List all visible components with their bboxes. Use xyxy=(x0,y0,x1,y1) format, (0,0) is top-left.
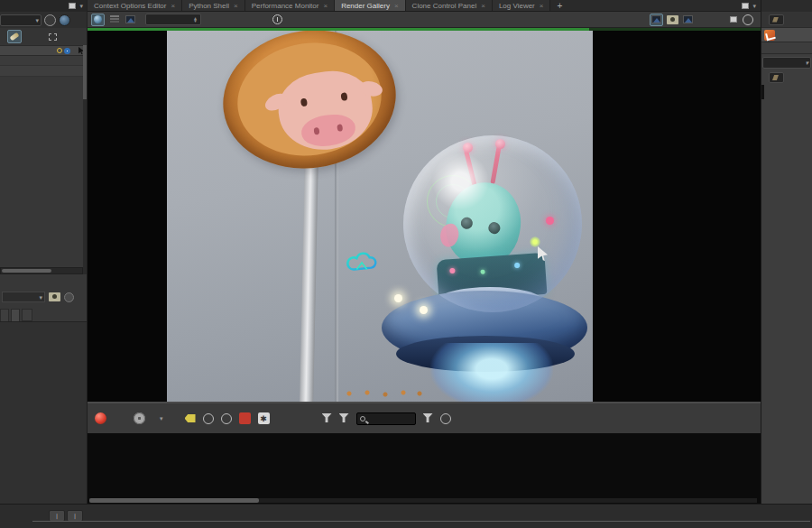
top-left-controls: ▾ ▾ xyxy=(0,0,88,28)
tab-python-shell[interactable]: Python Shell× xyxy=(182,0,245,11)
search-input[interactable] xyxy=(368,413,408,423)
lopnet-path-select[interactable]: ▾ xyxy=(762,57,811,69)
tab-overflow-button[interactable] xyxy=(22,309,32,321)
image-icon xyxy=(651,15,661,23)
metadata-select[interactable]: ▾ xyxy=(2,292,45,302)
highlight-glint xyxy=(530,236,540,247)
tab-close-icon[interactable]: × xyxy=(323,2,328,10)
zoom-in-button[interactable] xyxy=(213,14,226,26)
channel-select[interactable]: ▲▼ xyxy=(145,14,201,25)
tab-close-icon[interactable]: × xyxy=(540,2,544,10)
ufo-glass-dome xyxy=(403,135,582,312)
gallery-help-button[interactable] xyxy=(440,413,451,424)
layers-view-button[interactable] xyxy=(107,14,121,26)
snapshot-camera-button[interactable] xyxy=(666,14,678,26)
sign-arc-text xyxy=(214,31,404,180)
pane-maximize-icon[interactable] xyxy=(69,3,76,9)
power-column-icon xyxy=(57,48,62,53)
filter-clear-button[interactable] xyxy=(339,413,349,423)
tab-label: Python Shell xyxy=(189,2,229,10)
sphere-icon xyxy=(94,15,102,23)
gallery-search[interactable] xyxy=(356,412,416,425)
geometry-tool-button[interactable] xyxy=(7,30,22,43)
tab-close-icon[interactable]: × xyxy=(234,2,238,10)
tab-performance-monitor[interactable]: Performance Monitor× xyxy=(245,0,335,11)
watermark xyxy=(346,250,383,273)
auto-snapshot-button[interactable] xyxy=(239,412,251,424)
expand-button[interactable] xyxy=(64,30,78,43)
viewport-help-button[interactable] xyxy=(743,14,753,25)
snapshot-settings-button[interactable]: ✱ xyxy=(258,412,270,424)
capture-icon xyxy=(730,16,737,23)
snapshot-sphere-icon[interactable] xyxy=(95,412,106,424)
film-reel-icon[interactable] xyxy=(134,412,145,424)
metadata-panel-body xyxy=(0,321,87,504)
pane-menu-caret-icon[interactable]: ▾ xyxy=(79,3,83,9)
help-icon[interactable] xyxy=(64,292,74,302)
filter-favorites-button[interactable] xyxy=(322,413,332,423)
ufo-headlight xyxy=(394,294,402,302)
tab-metadata[interactable] xyxy=(0,309,9,321)
home-view-button[interactable] xyxy=(242,14,254,26)
camera-icon[interactable] xyxy=(49,292,60,301)
tag-icon[interactable] xyxy=(185,414,196,422)
tab-render-gallery[interactable]: Render Gallery× xyxy=(335,0,405,11)
image-view-button[interactable] xyxy=(124,14,137,26)
display-image-button[interactable] xyxy=(650,14,663,26)
ufo-thruster-glow xyxy=(430,343,553,402)
zoom-out-button[interactable] xyxy=(227,14,240,26)
tab-close-icon[interactable]: × xyxy=(171,2,175,10)
ground-detail xyxy=(344,390,425,397)
background-render-caret-icon[interactable]: ▾ xyxy=(160,415,163,422)
pane-menu-caret-icon[interactable]: ▾ xyxy=(752,3,756,9)
render-gallery-toolbar: ▲▼ xyxy=(88,12,761,28)
camera-icon xyxy=(667,15,678,24)
inspect-binoculars-button[interactable] xyxy=(697,14,709,26)
display-set-select[interactable]: ▾ xyxy=(0,14,42,26)
render-time-value xyxy=(744,36,750,45)
karma-node-icon xyxy=(764,30,775,41)
tab-editor-node[interactable] xyxy=(11,309,20,321)
folder-image-icon xyxy=(683,15,693,23)
scene-graph-header xyxy=(0,45,87,56)
node-path-chip[interactable] xyxy=(769,14,784,25)
tab-log-viewer[interactable]: Log Viewer× xyxy=(493,0,551,11)
memory-value xyxy=(744,48,750,57)
compare-a-button[interactable] xyxy=(203,413,214,424)
search-icon xyxy=(360,416,365,421)
frame-all-button[interactable] xyxy=(256,14,269,26)
box-select-tool-button[interactable] xyxy=(45,30,60,43)
capture-button[interactable] xyxy=(727,14,740,26)
save-image-button[interactable] xyxy=(681,14,694,26)
pin-button[interactable] xyxy=(59,14,70,26)
pane-maximize-icon[interactable] xyxy=(742,3,749,9)
node-path-chip[interactable] xyxy=(769,72,784,83)
hierarchy-tool-button[interactable] xyxy=(26,30,41,43)
shaded-view-button[interactable] xyxy=(91,14,105,26)
timeline[interactable]: ❘ ❘ xyxy=(0,504,812,528)
geometry-icon xyxy=(9,32,19,42)
tab-close-icon[interactable]: × xyxy=(394,2,399,10)
new-tab-button[interactable]: + xyxy=(550,0,568,11)
filter-settings-button[interactable] xyxy=(423,413,433,423)
tab-context-options-editor[interactable]: Context Options Editor× xyxy=(88,0,182,11)
gallery-scrollbar[interactable] xyxy=(89,498,757,503)
export-cloud-button[interactable] xyxy=(634,14,647,26)
spinner-icon[interactable]: ▲▼ xyxy=(193,17,198,23)
tab-close-icon[interactable]: × xyxy=(481,2,485,10)
layers-icon xyxy=(110,15,119,23)
link-badge[interactable] xyxy=(44,14,56,26)
primitive-rows xyxy=(0,56,83,77)
node-breadcrumb[interactable] xyxy=(761,0,812,12)
compare-b-button[interactable] xyxy=(221,413,232,424)
timeline-ruler-line xyxy=(32,521,810,522)
scene-graph-hscrollbar[interactable] xyxy=(0,267,83,274)
scene-graph-vscrollbar[interactable] xyxy=(83,45,87,274)
contrast-button[interactable] xyxy=(712,14,724,26)
scene-graph-panel: ▾ xyxy=(0,28,88,504)
empty-row xyxy=(0,56,83,66)
split-compare-button[interactable] xyxy=(271,14,283,26)
render-viewport[interactable] xyxy=(88,28,761,402)
rendered-image[interactable] xyxy=(167,31,593,402)
tab-clone-control-panel[interactable]: Clone Control Panel× xyxy=(406,0,493,11)
